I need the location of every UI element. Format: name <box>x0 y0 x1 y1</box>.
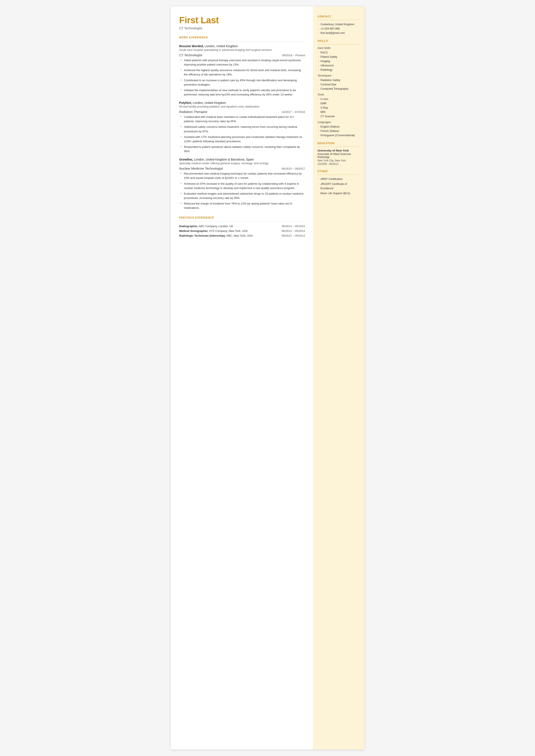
role-row-1: CT Technologist 08/2018 – Present <box>179 53 305 57</box>
employer-name-2: Polyhire, London, United Kingdom <box>179 101 305 104</box>
bullet-2-3: Responded to patient questions about rad… <box>180 145 305 154</box>
employer-desc-1: Acute care hospital specializing in adva… <box>179 48 305 51</box>
other-item-2: Basic Life Support (BLS). <box>318 191 360 195</box>
contact-divider <box>318 20 360 20</box>
language-1: French (Native) <box>318 129 360 133</box>
prev-exp-dates-1: 06/2013 – 05/2014 <box>282 229 305 233</box>
edu-dates-0: 10/2009 - 08/2012 <box>318 162 360 165</box>
prev-exp-row-1: Medical Sonographer, XYZ Company, New Yo… <box>179 229 305 233</box>
role-dates-2: 10/2017 – 07/2018 <box>282 110 305 114</box>
candidate-name: First Last <box>179 15 305 25</box>
edu-degree-0: Associate of Allied Sciences <box>318 153 360 155</box>
contact-list: Canterbury, United Kingdom +1-234-567-89… <box>318 22 360 35</box>
hard-skill-1: Patient Safety <box>318 55 360 59</box>
hard-skill-0: PACS <box>318 50 360 55</box>
role-dates-1: 08/2018 – Present <box>282 54 305 57</box>
hard-skill-3: Ultrasound <box>318 63 360 68</box>
techniques-label: Techniques: <box>318 74 360 77</box>
candidate-job-title: CT Technologist <box>179 26 305 30</box>
employer-name-3: Growthsi, London, United Kingdom & Barce… <box>179 158 305 161</box>
bullet-1-0: Aided patients with physical therapy exe… <box>180 58 305 67</box>
technique-0: Radiation Safety <box>318 78 360 82</box>
prev-exp-dates-2: 09/2012 – 05/2013 <box>282 234 305 237</box>
tool-0: C-Arm <box>318 97 360 101</box>
other-divider <box>318 175 360 175</box>
edu-field-0: Radiology <box>318 155 360 159</box>
contact-section-title: CONTACT <box>318 15 360 18</box>
role-row-3: Nuclear Medicine Technologist 06/2015 – … <box>179 167 305 170</box>
language-2: Portuguese (Conversational) <box>318 133 360 137</box>
prev-exp-bold-1: Medical Sonographer, <box>179 229 208 233</box>
bullet-2-2: Assisted with 175+ treatment planning pr… <box>180 135 305 144</box>
resume-page: First Last CT Technologist WORK EXPERIEN… <box>171 7 365 749</box>
other-section-title: OTHER <box>318 170 360 173</box>
education-section-title: EDUCATION <box>318 142 360 145</box>
role-name-1: CT Technologist <box>179 53 202 57</box>
tool-3: MRI <box>318 110 360 114</box>
bullet-1-1: Achieved the highest quality assurance m… <box>180 68 305 77</box>
employer-block-1: Resume Worded, London, United Kingdom Ac… <box>179 44 305 97</box>
role-row-2: Radiation Therapist 10/2017 – 07/2018 <box>179 110 305 114</box>
technique-2: Computed Tomography <box>318 87 360 91</box>
employer-bold-3: Growthsi, <box>179 158 193 161</box>
prev-exp-section-title: PREVIOUS EXPERIENCE <box>179 216 305 219</box>
tool-1: EMR <box>318 101 360 106</box>
other-item-1: JRCERT Certificate of Excellence <box>318 182 360 190</box>
prev-exp-dates-0: 06/2014 – 05/2015 <box>282 225 305 228</box>
employer-desc-2: 90-bed facility providing pediatric and … <box>179 105 305 108</box>
employer-block-2: Polyhire, London, United Kingdom 90-bed … <box>179 101 305 154</box>
role-dates-3: 06/2015 – 09/2017 <box>282 167 305 170</box>
hard-skills-label: Hard Skills: <box>318 46 360 49</box>
role-name-3: Nuclear Medicine Technologist <box>179 167 223 170</box>
prev-exp-row-2: Radiologic Technician (Internship), ABC,… <box>179 234 305 237</box>
bullet-3-0: Recommended new medical imaging techniqu… <box>180 172 305 180</box>
bullet-list-2: Collaborated with medical team members t… <box>179 115 305 154</box>
left-column: First Last CT Technologist WORK EXPERIEN… <box>171 7 313 749</box>
prev-exp-row-0: Radiographer, ABC Company, London, UK 06… <box>179 225 305 228</box>
bullet-list-1: Aided patients with physical therapy exe… <box>179 58 305 97</box>
employer-rest-3: London, United Kingdom & Barcelona, Spai… <box>193 158 254 161</box>
other-item-0: ARRT Certification <box>318 177 360 181</box>
work-experience-section-title: WORK EXPERIENCE <box>179 36 305 39</box>
right-column: CONTACT Canterbury, United Kingdom +1-23… <box>313 7 365 749</box>
tools-list: C-Arm EMR X-Ray MRI CT Scanner <box>318 97 360 119</box>
name-title-block: First Last CT Technologist <box>179 15 305 30</box>
techniques-list: Radiation Safety Contrast Dye Computed T… <box>318 78 360 91</box>
work-experience-divider <box>179 41 305 42</box>
prev-exp-rest-2: ABC, New York, USA <box>226 234 253 237</box>
hard-skill-2: Imaging <box>318 59 360 63</box>
prev-exp-bold-2: Radiologic Technician (Internship), <box>179 234 226 237</box>
prev-exp-rest-0: ABC Company, London, UK <box>198 225 233 228</box>
languages-list: English (Native) French (Native) Portugu… <box>318 125 360 137</box>
bullet-3-1: Achieved an 87% increase in the quality … <box>180 182 305 190</box>
employer-rest-1: London, United Kingdom <box>204 44 238 48</box>
tool-2: X-Ray <box>318 106 360 110</box>
tools-label: Tools: <box>318 93 360 96</box>
employer-bold-2: Polyhire, <box>179 101 192 104</box>
bullet-1-3: Initiated the implementation of new meth… <box>180 88 305 97</box>
hard-skills-list: PACS Patient Safety Imaging Ultrasound R… <box>318 50 360 72</box>
edu-school-0: University of New York <box>318 149 360 152</box>
language-0: English (Native) <box>318 125 360 129</box>
skills-section-title: SKILLS <box>318 40 360 42</box>
bullet-list-3: Recommended new medical imaging techniqu… <box>179 172 305 210</box>
prev-exp-title-1: Medical Sonographer, XYZ Company, New Yo… <box>179 229 248 233</box>
prev-exp-bold-0: Radiographer, <box>179 225 198 228</box>
employer-desc-3: Specialty medical center offering genera… <box>179 162 305 165</box>
employer-block-3: Growthsi, London, United Kingdom & Barce… <box>179 158 305 210</box>
bullet-3-2: Evaluated medical images and administere… <box>180 192 305 200</box>
edu-location-0: New York City, New York <box>318 159 360 162</box>
contact-item-1: +1-234-567-890 <box>318 26 360 31</box>
contact-item-0: Canterbury, United Kingdom <box>318 22 360 26</box>
bullet-1-2: Contributed to an increase in patient ca… <box>180 78 305 87</box>
education-divider <box>318 147 360 147</box>
employer-rest-2: London, United Kingdom <box>192 101 226 104</box>
bullet-2-1: Addressed safety concerns before treatme… <box>180 125 305 133</box>
technique-1: Contrast Dye <box>318 82 360 87</box>
hard-skill-4: Radiology <box>318 68 360 72</box>
tool-4: CT Scanner <box>318 114 360 119</box>
bullet-3-3: Reduced the margin of incidents from 76%… <box>180 202 305 210</box>
prev-exp-title-0: Radiographer, ABC Company, London, UK <box>179 225 233 228</box>
prev-exp-divider <box>179 221 305 222</box>
employer-bold-1: Resume Worded, <box>179 44 204 48</box>
